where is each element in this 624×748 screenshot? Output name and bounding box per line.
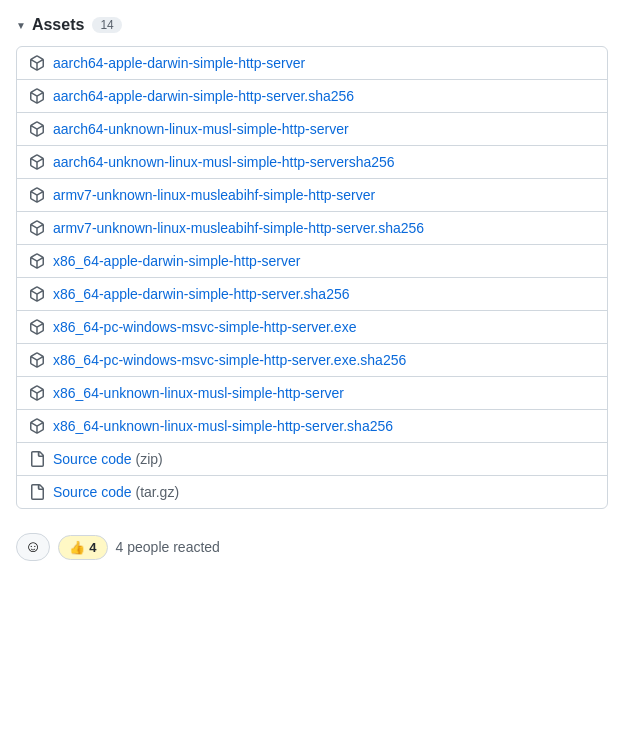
- source-code-zip-item[interactable]: Source code (zip): [17, 443, 607, 476]
- list-item[interactable]: aarch64-unknown-linux-musl-simple-http-s…: [17, 113, 607, 146]
- toggle-triangle: ▼: [16, 20, 26, 31]
- asset-link: armv7-unknown-linux-musleabihf-simple-ht…: [53, 220, 424, 236]
- source-code-icon: [29, 451, 45, 467]
- list-item[interactable]: armv7-unknown-linux-musleabihf-simple-ht…: [17, 179, 607, 212]
- source-code-targz-link: Source code (tar.gz): [53, 484, 179, 500]
- list-item[interactable]: x86_64-apple-darwin-simple-http-server: [17, 245, 607, 278]
- package-icon: [29, 352, 45, 368]
- list-item[interactable]: x86_64-pc-windows-msvc-simple-http-serve…: [17, 311, 607, 344]
- asset-link: aarch64-unknown-linux-musl-simple-http-s…: [53, 154, 395, 170]
- list-item[interactable]: x86_64-unknown-linux-musl-simple-http-se…: [17, 377, 607, 410]
- thumbs-up-emoji: 👍: [69, 540, 85, 555]
- list-item[interactable]: armv7-unknown-linux-musleabihf-simple-ht…: [17, 212, 607, 245]
- list-item[interactable]: x86_64-unknown-linux-musl-simple-http-se…: [17, 410, 607, 443]
- source-code-label-2: Source code: [53, 484, 132, 500]
- asset-link: armv7-unknown-linux-musleabihf-simple-ht…: [53, 187, 375, 203]
- package-icon: [29, 187, 45, 203]
- package-icon: [29, 253, 45, 269]
- asset-link: x86_64-unknown-linux-musl-simple-http-se…: [53, 418, 393, 434]
- asset-link: x86_64-apple-darwin-simple-http-server.s…: [53, 286, 350, 302]
- thumbs-up-count: 4: [89, 540, 96, 555]
- source-code-targz-suffix: (tar.gz): [136, 484, 180, 500]
- assets-title: Assets: [32, 16, 84, 34]
- package-icon: [29, 220, 45, 236]
- source-code-icon: [29, 484, 45, 500]
- asset-link: aarch64-apple-darwin-simple-http-server: [53, 55, 305, 71]
- add-reaction-button[interactable]: ☺: [16, 533, 50, 561]
- assets-section: ▼ Assets 14 aarch64-apple-darwin-simple-…: [16, 16, 608, 569]
- source-code-zip-link: Source code (zip): [53, 451, 163, 467]
- source-code-zip-suffix: (zip): [136, 451, 163, 467]
- list-item[interactable]: aarch64-apple-darwin-simple-http-server.…: [17, 80, 607, 113]
- source-code-targz-item[interactable]: Source code (tar.gz): [17, 476, 607, 508]
- reactions-bar: ☺ 👍 4 4 people reacted: [16, 525, 608, 569]
- list-item[interactable]: aarch64-apple-darwin-simple-http-server: [17, 47, 607, 80]
- asset-link: x86_64-pc-windows-msvc-simple-http-serve…: [53, 352, 406, 368]
- assets-header: ▼ Assets 14: [16, 16, 608, 34]
- asset-link: aarch64-apple-darwin-simple-http-server.…: [53, 88, 354, 104]
- asset-link: aarch64-unknown-linux-musl-simple-http-s…: [53, 121, 349, 137]
- asset-link: x86_64-unknown-linux-musl-simple-http-se…: [53, 385, 344, 401]
- source-code-label: Source code: [53, 451, 132, 467]
- reaction-text: 4 people reacted: [116, 539, 220, 555]
- package-icon: [29, 121, 45, 137]
- package-icon: [29, 418, 45, 434]
- package-icon: [29, 385, 45, 401]
- list-item[interactable]: x86_64-pc-windows-msvc-simple-http-serve…: [17, 344, 607, 377]
- package-icon: [29, 319, 45, 335]
- asset-link: x86_64-pc-windows-msvc-simple-http-serve…: [53, 319, 356, 335]
- assets-toggle[interactable]: ▼ Assets: [16, 16, 84, 34]
- list-item[interactable]: x86_64-apple-darwin-simple-http-server.s…: [17, 278, 607, 311]
- thumbs-up-reaction-button[interactable]: 👍 4: [58, 535, 107, 560]
- asset-link: x86_64-apple-darwin-simple-http-server: [53, 253, 300, 269]
- package-icon: [29, 88, 45, 104]
- list-item[interactable]: aarch64-unknown-linux-musl-simple-http-s…: [17, 146, 607, 179]
- package-icon: [29, 154, 45, 170]
- package-icon: [29, 55, 45, 71]
- assets-list: aarch64-apple-darwin-simple-http-server …: [16, 46, 608, 509]
- assets-count-badge: 14: [92, 17, 121, 33]
- package-icon: [29, 286, 45, 302]
